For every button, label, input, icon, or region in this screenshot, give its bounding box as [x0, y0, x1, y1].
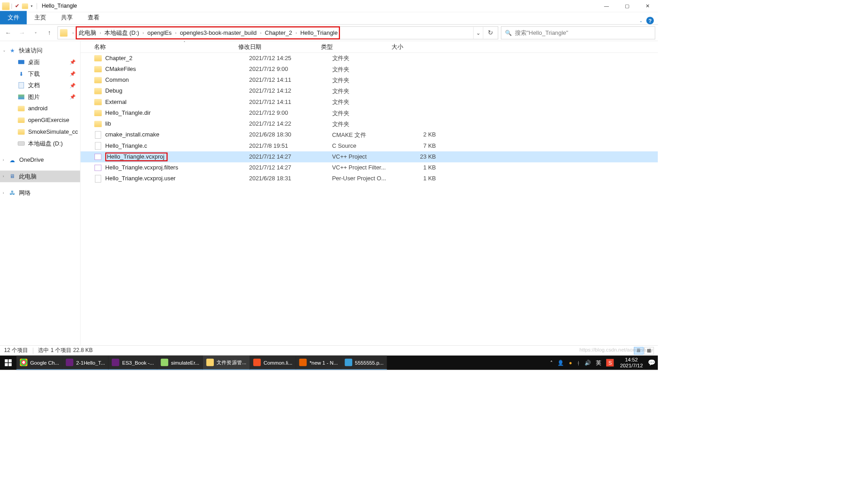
cell-type: 文件夹: [332, 109, 402, 117]
column-header-size[interactable]: 大小: [392, 43, 429, 51]
sidebar-item-drive-d[interactable]: 本地磁盘 (D:): [0, 138, 80, 150]
taskbar-item[interactable]: simulateEr...: [157, 356, 203, 370]
breadcrumb[interactable]: openglEs: [146, 29, 173, 36]
taskbar-item-label: *new 1 - N...: [310, 360, 338, 366]
breadcrumb[interactable]: Hello_Triangle: [299, 29, 339, 36]
forward-button[interactable]: →: [16, 27, 27, 38]
tray-people-icon[interactable]: 👤: [557, 360, 564, 366]
caret-icon[interactable]: ›: [3, 158, 4, 162]
table-row[interactable]: Chapter_22021/7/12 14:25文件夹: [80, 53, 658, 64]
sidebar-item-quickaccess[interactable]: ⌄ ★ 快速访问: [0, 45, 80, 56]
column-header-type[interactable]: 类型: [321, 43, 391, 51]
sidebar-item-documents[interactable]: 文档 📌: [0, 80, 80, 91]
chevron-right-icon[interactable]: ›: [70, 30, 75, 35]
tab-home[interactable]: 主页: [27, 11, 53, 24]
sidebar-item-label: 此电脑: [19, 173, 37, 180]
table-row[interactable]: lib2021/7/12 14:22文件夹: [80, 118, 658, 129]
tray-battery-icon[interactable]: ●: [569, 360, 572, 366]
up-button[interactable]: ↑: [44, 27, 55, 38]
breadcrumb[interactable]: 本地磁盘 (D:): [103, 29, 141, 37]
taskbar-item[interactable]: 文件资源管...: [203, 356, 250, 370]
address-dropdown-icon[interactable]: ⌄: [473, 27, 483, 39]
sidebar-item-android[interactable]: android: [0, 103, 80, 114]
tab-file[interactable]: 文件: [0, 11, 27, 24]
search-input[interactable]: 🔍 搜索"Hello_Triangle": [501, 26, 655, 39]
chevron-right-icon[interactable]: ›: [98, 30, 103, 35]
file-icon: [94, 164, 102, 172]
tray-wifi-icon[interactable]: ⟊: [577, 360, 580, 366]
chevron-right-icon[interactable]: ›: [293, 30, 299, 35]
taskbar-item[interactable]: Google Ch...: [16, 356, 62, 370]
maximize-button[interactable]: ▢: [617, 0, 637, 12]
taskbar-item[interactable]: *new 1 - N...: [296, 356, 341, 370]
sidebar-item-label: openGlExercise: [28, 117, 69, 123]
chevron-right-icon[interactable]: ›: [173, 30, 179, 35]
sidebar-item-smokesimulate[interactable]: SmokeSimulate_cc: [0, 126, 80, 138]
recent-dropdown-icon[interactable]: ▾: [30, 27, 41, 38]
refresh-button[interactable]: ↻: [483, 27, 498, 39]
caret-icon[interactable]: ›: [3, 191, 4, 195]
table-row[interactable]: Debug2021/7/12 14:12文件夹: [80, 86, 658, 97]
table-row[interactable]: External2021/7/12 14:11文件夹: [80, 97, 658, 108]
caret-icon[interactable]: ⌄: [3, 48, 6, 52]
tray-chevron-icon[interactable]: ˄: [550, 360, 553, 366]
back-button[interactable]: ←: [3, 27, 14, 38]
system-tray[interactable]: ˄ 👤 ● ⟊ 🔊 英 S: [547, 359, 617, 366]
table-row[interactable]: Hello_Triangle.vcxproj.user2021/6/28 18:…: [80, 174, 658, 184]
table-row[interactable]: Hello_Triangle.c2021/7/8 19:51C Source7 …: [80, 141, 658, 151]
chevron-right-icon[interactable]: ›: [141, 30, 146, 35]
table-row[interactable]: Hello_Triangle.dir2021/7/12 9:00文件夹: [80, 108, 658, 118]
desktop-icon: [18, 60, 24, 64]
status-selection: 选中 1 个项目 22.8 KB: [38, 347, 93, 354]
table-row[interactable]: Common2021/7/12 14:11文件夹: [80, 75, 658, 85]
sidebar-item-pictures[interactable]: 图片 📌: [0, 91, 80, 103]
help-icon[interactable]: ?: [646, 17, 654, 24]
chevron-right-icon[interactable]: ›: [258, 30, 264, 35]
taskbar-clock[interactable]: 14:52 2021/7/12: [617, 357, 646, 368]
breadcrumb[interactable]: 此电脑: [77, 29, 98, 37]
column-header-date[interactable]: 修改日期: [238, 43, 321, 51]
view-details-button[interactable]: ☰: [634, 347, 643, 354]
taskbar-item-label: Google Ch...: [30, 360, 59, 366]
table-row[interactable]: CMakeFiles2021/7/12 9:00文件夹: [80, 64, 658, 75]
address-bar[interactable]: › 此电脑 › 本地磁盘 (D:) › openglEs › opengles3…: [57, 26, 498, 39]
table-row[interactable]: Hello_Triangle.vcxproj.filters2021/7/12 …: [80, 162, 658, 173]
table-row[interactable]: Hello_Triangle.vcxproj2021/7/12 14:27VC+…: [80, 151, 658, 162]
sidebar-item-desktop[interactable]: 桌面 📌: [0, 56, 80, 68]
taskbar-item-label: ES3_Book -...: [122, 360, 154, 366]
sidebar-item-network[interactable]: › 🖧 网络: [0, 187, 80, 199]
checkmark-icon[interactable]: ✔: [14, 3, 20, 9]
notifications-button[interactable]: 💬: [646, 359, 658, 366]
breadcrumb[interactable]: Chapter_2: [264, 29, 293, 36]
taskbar-item[interactable]: 2-1Hello_T...: [62, 356, 108, 370]
taskbar-item[interactable]: Common.li...: [250, 356, 296, 370]
minimize-button[interactable]: —: [596, 0, 617, 12]
tray-ime[interactable]: 英: [596, 359, 601, 366]
tray-volume-icon[interactable]: 🔊: [585, 360, 591, 366]
start-button[interactable]: [0, 356, 16, 370]
table-row[interactable]: cmake_install.cmake2021/6/28 18:30CMAKE …: [80, 130, 658, 141]
folder-icon[interactable]: [22, 3, 28, 9]
qat-dropdown-icon[interactable]: ▾: [29, 4, 34, 8]
sogou-icon[interactable]: S: [606, 359, 614, 366]
sidebar-item-thispc[interactable]: › 🖥 此电脑: [0, 170, 80, 182]
column-header-name[interactable]: 名称: [94, 43, 238, 51]
sidebar-item-onedrive[interactable]: › ☁ OneDrive: [0, 154, 80, 166]
clock-time: 14:52: [620, 357, 643, 363]
tab-view[interactable]: 查看: [80, 11, 107, 24]
caret-icon[interactable]: ›: [3, 174, 4, 178]
tab-share[interactable]: 共享: [53, 11, 80, 24]
vs-icon: [112, 359, 119, 366]
sidebar-item-downloads[interactable]: ⬇ 下载 📌: [0, 68, 80, 80]
close-button[interactable]: ✕: [637, 0, 658, 12]
file-icon: [94, 76, 102, 84]
cell-type: 文件夹: [332, 76, 402, 84]
ribbon-collapse-icon[interactable]: ⌄: [639, 18, 643, 23]
view-icons-button[interactable]: ▦: [644, 347, 654, 354]
breadcrumb[interactable]: opengles3-book-master_build: [179, 29, 258, 36]
taskbar-item[interactable]: 5555555.p...: [341, 356, 387, 370]
sidebar-item-openglexercise[interactable]: openGlExercise: [0, 114, 80, 126]
file-list[interactable]: Chapter_22021/7/12 14:25文件夹CMakeFiles202…: [80, 53, 658, 345]
taskbar-item[interactable]: ES3_Book -...: [108, 356, 157, 370]
paint-icon: [344, 359, 352, 366]
